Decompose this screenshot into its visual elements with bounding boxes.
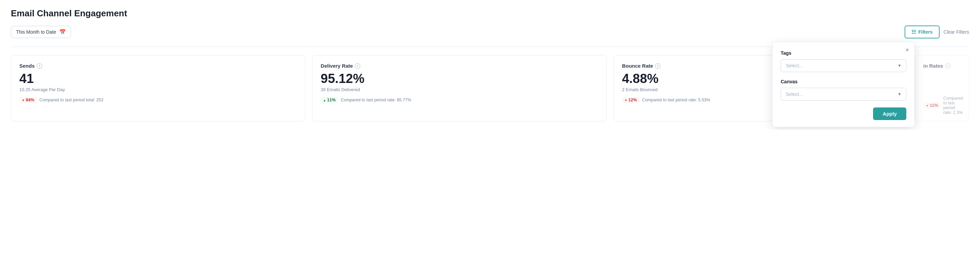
tags-select-wrapper: Select... ▼ — [781, 59, 906, 72]
tags-select[interactable]: Select... — [781, 59, 906, 72]
clear-filters-button[interactable]: Clear Filters — [943, 29, 969, 35]
partial-label: in Rates — [923, 63, 943, 69]
filter-apply-row: Apply — [781, 107, 906, 120]
date-picker-button[interactable]: This Month to Date 📅 — [11, 26, 71, 38]
sends-card: Sends i 41 10.25 Average Per Day 84% Com… — [11, 55, 305, 122]
date-picker-label: This Month to Date — [16, 29, 56, 35]
sends-sub: 10.25 Average Per Day — [19, 87, 297, 92]
bounce-badge-value: 12% — [628, 98, 637, 102]
sends-value: 41 — [19, 72, 297, 85]
sends-label-row: Sends i — [19, 63, 297, 69]
delivery-arrow-icon — [323, 98, 326, 102]
canvas-select-wrapper: Select... ▼ — [781, 88, 906, 101]
page-title: Email Channel Engagement — [11, 8, 969, 19]
filters-button[interactable]: ☷ Filters — [905, 26, 940, 38]
delivery-footer: 11% Compared to last period rate: 85.77% — [321, 97, 598, 103]
bounce-info-icon[interactable]: i — [655, 63, 660, 69]
delivery-rate-card: Delivery Rate i 95.12% 39 Emails Deliver… — [312, 55, 606, 122]
canvas-label: Canvas — [781, 79, 906, 84]
sends-label: Sends — [19, 63, 35, 69]
bounce-comparison: Compared to last period rate: 5.53% — [642, 98, 710, 102]
sends-footer: 84% Compared to last period total: 253 — [19, 97, 297, 103]
calendar-icon: 📅 — [59, 29, 66, 35]
delivery-comparison: Compared to last period rate: 85.77% — [340, 98, 411, 102]
delivery-badge: 11% — [321, 97, 338, 103]
partial-badge-value: 11% — [930, 103, 938, 108]
partial-comparison: Compared to last period rate: 2.3% — [943, 96, 963, 115]
top-bar-actions: ☷ Filters Clear Filters — [905, 26, 969, 38]
close-button[interactable]: × — [905, 47, 909, 53]
delivery-label-row: Delivery Rate i — [321, 63, 598, 69]
filters-icon: ☷ — [912, 29, 916, 35]
partial-arrow-icon — [926, 103, 929, 108]
delivery-info-icon[interactable]: i — [355, 63, 360, 69]
delivery-badge-value: 11% — [327, 98, 336, 102]
delivery-label: Delivery Rate — [321, 63, 353, 69]
bounce-arrow-icon — [624, 98, 627, 102]
partial-info-icon[interactable]: i — [945, 63, 950, 69]
bounce-badge: 12% — [622, 97, 640, 103]
delivery-sub: 39 Emails Delivered — [321, 87, 598, 92]
tags-section: Tags Select... ▼ — [781, 50, 906, 72]
tags-label: Tags — [781, 50, 906, 56]
partial-card: in Rates i 11% Compared to last period r… — [915, 55, 969, 122]
apply-button[interactable]: Apply — [873, 107, 906, 120]
sends-badge: 84% — [19, 97, 37, 103]
filters-label: Filters — [918, 29, 933, 35]
sends-comparison: Compared to last period total: 253 — [40, 98, 103, 102]
canvas-section: Canvas Select... ▼ — [781, 79, 906, 101]
sends-arrow-icon — [22, 98, 25, 102]
sends-badge-value: 84% — [26, 98, 34, 102]
canvas-select[interactable]: Select... — [781, 88, 906, 101]
top-bar: This Month to Date 📅 ☷ Filters Clear Fil… — [11, 26, 969, 38]
bounce-label: Bounce Rate — [622, 63, 653, 69]
sends-info-icon[interactable]: i — [37, 63, 42, 69]
partial-badge: 11% — [923, 102, 940, 109]
partial-label-row: in Rates i — [923, 63, 961, 69]
delivery-value: 95.12% — [321, 72, 598, 85]
partial-footer: 11% Compared to last period rate: 2.3% — [923, 96, 961, 115]
filter-panel: × Tags Select... ▼ Canvas Select... ▼ Ap… — [772, 42, 915, 127]
